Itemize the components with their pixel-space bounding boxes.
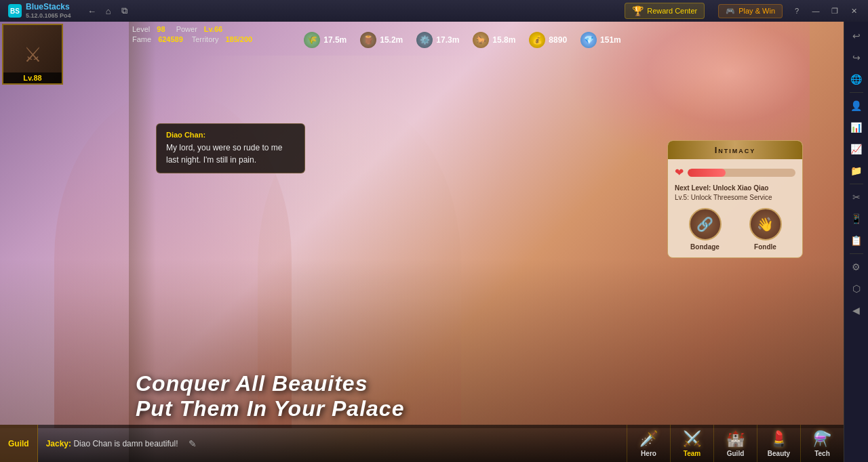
resource-horse[interactable]: 🐎15.8m: [473, 32, 515, 48]
bottom-text: Conquer All Beauites Put Them In Your Pa…: [136, 371, 404, 421]
iron-value: 17.3m: [436, 35, 459, 45]
minimize-button[interactable]: —: [807, 4, 825, 18]
heart-icon: ❤: [675, 166, 684, 179]
sidebar-icon-8[interactable]: ✂: [846, 187, 867, 207]
chat-edit-icon[interactable]: ✎: [189, 438, 197, 449]
intimacy-panel: Intimacy ❤ Next Level: Unlock Xiao Qiao …: [667, 140, 803, 258]
home-button[interactable]: ⌂: [101, 3, 116, 18]
resource-gem[interactable]: 💎151m: [580, 32, 621, 48]
gold-icon: 💰: [529, 32, 545, 48]
reward-icon: 🏆: [632, 5, 644, 16]
sidebar-icon-3[interactable]: 🌐: [846, 69, 867, 89]
sidebar-icon-4[interactable]: 👤: [846, 96, 867, 116]
team-icon: ⚔️: [683, 430, 701, 448]
titlebar-center: 🏆 Reward Center 🎮 Play & Win: [138, 3, 783, 19]
bondage-icon: 🔗: [689, 208, 722, 240]
nav-hero[interactable]: 🗡️ Hero: [627, 425, 670, 462]
team-label: Team: [684, 450, 701, 457]
tech-icon: ⚗️: [813, 430, 831, 448]
food-value: 17.5m: [323, 35, 347, 45]
resource-food[interactable]: 🌾17.5m: [304, 32, 347, 48]
wood-icon: 🪵: [360, 32, 376, 48]
gem-icon: 💎: [580, 32, 597, 48]
intimacy-bar-container: ❤: [675, 166, 795, 179]
sidebar-icon-1[interactable]: ↩: [846, 26, 867, 46]
horse-value: 15.8m: [492, 35, 515, 45]
hero-icon: 🗡️: [639, 430, 658, 448]
resource-iron[interactable]: ⚙️17.3m: [416, 32, 459, 48]
level-badge: Lv.88: [3, 72, 62, 83]
intimacy-header: Intimacy: [668, 141, 802, 159]
beauty-label: Beauty: [768, 450, 790, 457]
nav-tech[interactable]: ⚗️ Tech: [800, 425, 844, 462]
titlebar-controls: ? — ❐ ✕: [783, 4, 868, 18]
food-icon: 🌾: [304, 32, 320, 48]
guild-tab[interactable]: Guild: [0, 425, 38, 462]
sidebar-divider-2: [850, 184, 863, 184]
intimacy-unlock-label: Lv.5: Unlock Threesome Service: [675, 194, 795, 201]
chat-message: Diao Chan is damn beautiful!: [73, 439, 178, 448]
hero-label: Hero: [641, 450, 656, 457]
play-win-icon: 🎮: [726, 7, 735, 16]
app-logo: BS BlueStacks 5.12.0.1065 Po4: [0, 2, 79, 19]
fondle-icon: 👋: [749, 208, 782, 240]
reward-center-label: Reward Center: [647, 7, 697, 15]
intimacy-buttons: 🔗 Bondage 👋 Fondle: [675, 208, 795, 251]
beauty-icon: 💄: [770, 430, 788, 448]
gold-value: 8890: [549, 35, 567, 45]
help-button[interactable]: ?: [788, 4, 806, 18]
wood-value: 15.2m: [380, 35, 403, 45]
reward-center-button[interactable]: 🏆 Reward Center: [625, 3, 705, 19]
resource-bar: 🌾17.5m🪵15.2m⚙️17.3m🐎15.8m💰8890💎151m: [0, 25, 844, 48]
game-viewport: ⚔ Lv.88 Level 98 Power Lv.66 Fame 624589…: [0, 22, 844, 462]
sidebar-icon-10[interactable]: 📋: [846, 230, 867, 251]
bottom-nav: 🗡️ Hero ⚔️ Team 🏰 Guild 💄 Beauty ⚗️ Tech: [627, 425, 844, 462]
maximize-button[interactable]: ❐: [826, 4, 844, 18]
bondage-button[interactable]: 🔗 Bondage: [689, 208, 722, 251]
intimacy-body: ❤ Next Level: Unlock Xiao Qiao Lv.5: Unl…: [668, 159, 802, 257]
sidebar-icon-collapse[interactable]: ◀: [846, 300, 867, 320]
play-win-label: Play & Win: [738, 7, 775, 15]
sidebar-icon-settings[interactable]: ⚙: [846, 257, 867, 277]
sidebar-icon-2[interactable]: ↪: [846, 47, 867, 68]
guild-label: Guild: [727, 450, 745, 457]
app-name: BlueStacks: [26, 2, 71, 12]
sidebar-icon-9[interactable]: 📱: [846, 209, 867, 229]
close-button[interactable]: ✕: [845, 4, 863, 18]
guild-icon: 🏰: [726, 430, 745, 448]
sidebar-divider-1: [850, 92, 863, 93]
back-button[interactable]: ←: [85, 3, 100, 18]
gem-value: 151m: [600, 35, 621, 45]
dialogue-speaker: Diao Chan:: [166, 131, 295, 139]
right-sidebar: ↩ ↪ 🌐 👤 📊 📈 📁 ✂ 📱 📋 ⚙ ⬡ ◀: [844, 22, 868, 462]
play-win-button[interactable]: 🎮 Play & Win: [718, 4, 783, 18]
tech-label: Tech: [814, 450, 830, 457]
sidebar-icon-5[interactable]: 📊: [846, 117, 867, 138]
recent-button[interactable]: ⧉: [117, 3, 132, 18]
horse-icon: 🐎: [473, 32, 489, 48]
chat-speaker: Jacky:: [46, 439, 71, 448]
app-version: 5.12.0.1065 Po4: [26, 12, 71, 20]
nav-beauty[interactable]: 💄 Beauty: [757, 425, 800, 462]
nav-guild[interactable]: 🏰 Guild: [713, 425, 757, 462]
chat-text: Jacky: Diao Chan is damn beautiful!: [46, 439, 178, 448]
intimacy-next-level: Next Level: Unlock Xiao Qiao: [675, 184, 795, 192]
titlebar-nav: ← ⌂ ⧉: [79, 3, 138, 18]
nav-team[interactable]: ⚔️ Team: [670, 425, 713, 462]
bottom-title-line2: Put Them In Your Palace: [136, 396, 404, 421]
fondle-button[interactable]: 👋 Fondle: [749, 208, 782, 251]
dialogue-text: My lord, you were so rude to me last nig…: [166, 142, 295, 166]
sidebar-icon-expand[interactable]: ⬡: [846, 278, 867, 299]
intimacy-bar-background: [688, 169, 795, 177]
bondage-label: Bondage: [690, 243, 719, 251]
dialogue-box: Diao Chan: My lord, you were so rude to …: [156, 123, 305, 173]
resource-wood[interactable]: 🪵15.2m: [360, 32, 403, 48]
sidebar-divider-3: [850, 253, 863, 254]
sidebar-icon-7[interactable]: 📁: [846, 161, 867, 181]
app-icon: BS: [8, 4, 22, 18]
titlebar: BS BlueStacks 5.12.0.1065 Po4 ← ⌂ ⧉ 🏆 Re…: [0, 0, 868, 22]
fondle-label: Fondle: [754, 243, 776, 251]
sidebar-icon-6[interactable]: 📈: [846, 139, 867, 159]
intimacy-bar-fill: [688, 169, 726, 177]
resource-gold[interactable]: 💰8890: [529, 32, 567, 48]
